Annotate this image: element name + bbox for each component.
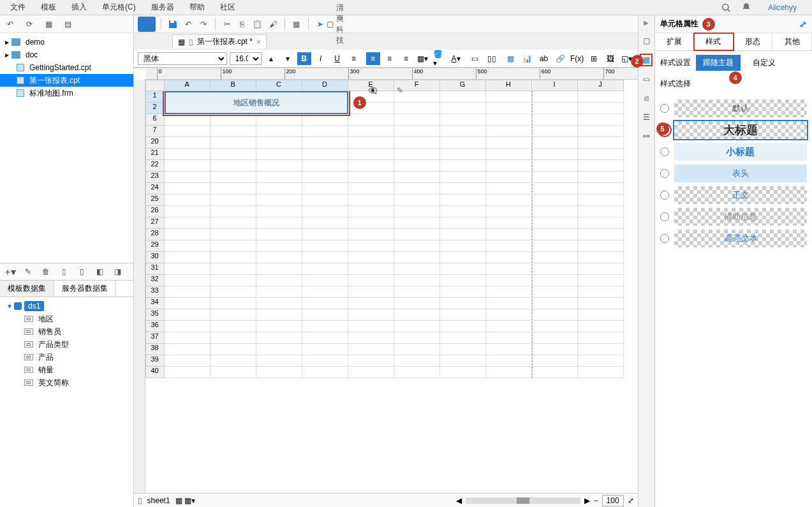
- cell[interactable]: [394, 114, 440, 126]
- cell[interactable]: [394, 240, 440, 252]
- row-header[interactable]: 35: [145, 309, 165, 321]
- cell[interactable]: [302, 137, 348, 149]
- style-option[interactable]: 辅助信息: [660, 208, 807, 226]
- cell[interactable]: [302, 126, 348, 137]
- field-item[interactable]: ▭产品: [3, 351, 131, 364]
- row-header[interactable]: 38: [145, 344, 165, 355]
- field-item[interactable]: ▭销售员: [3, 325, 131, 338]
- cell[interactable]: [578, 286, 624, 298]
- vt-list-icon[interactable]: ☰: [640, 111, 653, 124]
- cell[interactable]: [256, 298, 302, 309]
- cell[interactable]: [165, 321, 210, 332]
- menu-帮助[interactable]: 帮助: [182, 0, 212, 15]
- delete-icon[interactable]: 🗑: [40, 265, 52, 278]
- row-header[interactable]: 40: [145, 367, 165, 378]
- style-option[interactable]: 高亮文本: [660, 230, 807, 247]
- cell[interactable]: [440, 91, 486, 103]
- style-option[interactable]: 大标题: [660, 121, 807, 139]
- cell[interactable]: [486, 263, 532, 275]
- cell[interactable]: [210, 229, 256, 240]
- cell[interactable]: [165, 240, 210, 252]
- tree-item[interactable]: 标准地图.frm: [0, 87, 133, 99]
- back-icon[interactable]: ↶: [4, 18, 17, 31]
- row-header[interactable]: 23: [145, 172, 165, 183]
- fontcolor-icon[interactable]: A▾: [449, 52, 463, 65]
- menu-文件[interactable]: 文件: [3, 0, 33, 15]
- cut-icon[interactable]: ✂: [221, 18, 233, 31]
- cell[interactable]: [256, 183, 302, 195]
- chart-icon[interactable]: 📊: [520, 52, 535, 65]
- cell[interactable]: [210, 195, 256, 206]
- cell[interactable]: [210, 114, 256, 126]
- cell[interactable]: [210, 309, 256, 321]
- bell-icon[interactable]: [740, 1, 753, 14]
- cell[interactable]: [578, 344, 624, 355]
- cell[interactable]: [394, 252, 440, 263]
- cell[interactable]: [394, 367, 440, 378]
- cell[interactable]: [302, 229, 348, 240]
- cell[interactable]: [256, 114, 302, 126]
- save-icon[interactable]: [166, 18, 179, 31]
- cell[interactable]: [348, 137, 394, 149]
- cell[interactable]: [532, 160, 578, 172]
- cell[interactable]: [578, 183, 624, 195]
- cell[interactable]: [210, 367, 256, 378]
- cell[interactable]: [165, 137, 210, 149]
- cell[interactable]: [210, 183, 256, 195]
- cell[interactable]: [165, 309, 210, 321]
- cell[interactable]: [578, 114, 624, 126]
- scroll-left-icon[interactable]: ◀: [456, 496, 462, 505]
- cell[interactable]: [532, 103, 578, 114]
- cell[interactable]: [486, 286, 532, 298]
- cell[interactable]: [532, 195, 578, 206]
- row-header[interactable]: 27: [145, 217, 165, 229]
- cell[interactable]: [578, 103, 624, 114]
- cell[interactable]: [532, 275, 578, 286]
- cell[interactable]: [256, 355, 302, 367]
- cell[interactable]: [532, 126, 578, 137]
- col-header[interactable]: J: [578, 80, 624, 91]
- cell[interactable]: [578, 240, 624, 252]
- col-header[interactable]: D: [302, 80, 348, 91]
- cell[interactable]: [348, 114, 394, 126]
- cell[interactable]: [302, 217, 348, 229]
- cell[interactable]: [532, 263, 578, 275]
- cell[interactable]: [302, 114, 348, 126]
- cell[interactable]: [210, 252, 256, 263]
- menu-社区[interactable]: 社区: [212, 0, 243, 15]
- cell[interactable]: [532, 321, 578, 332]
- cell[interactable]: [532, 344, 578, 355]
- cell[interactable]: [348, 263, 394, 275]
- row-header[interactable]: 37: [145, 332, 165, 344]
- field-item[interactable]: ▭销量: [3, 364, 131, 376]
- cell[interactable]: [210, 332, 256, 344]
- row-header[interactable]: 39: [145, 355, 165, 367]
- cell[interactable]: [210, 240, 256, 252]
- cell[interactable]: [165, 367, 210, 378]
- cell[interactable]: [394, 217, 440, 229]
- collapse-icon[interactable]: ▶: [644, 19, 649, 26]
- cell[interactable]: [256, 240, 302, 252]
- cell[interactable]: [440, 137, 486, 149]
- cell[interactable]: [165, 195, 210, 206]
- cell[interactable]: [256, 321, 302, 332]
- edit-icon[interactable]: ✎: [22, 265, 34, 278]
- cell[interactable]: [578, 217, 624, 229]
- cell[interactable]: [348, 355, 394, 367]
- cell[interactable]: [486, 114, 532, 126]
- col-header[interactable]: G: [440, 80, 486, 91]
- cell[interactable]: [532, 309, 578, 321]
- brush-icon[interactable]: 🖌: [267, 18, 279, 31]
- cell[interactable]: [486, 137, 532, 149]
- cell[interactable]: [394, 321, 440, 332]
- cell[interactable]: [578, 321, 624, 332]
- cell[interactable]: [256, 126, 302, 137]
- cell[interactable]: [486, 103, 532, 114]
- cell[interactable]: [440, 126, 486, 137]
- cell[interactable]: [486, 206, 532, 217]
- zoom-in-icon[interactable]: ⤢: [628, 496, 634, 505]
- cell[interactable]: [210, 206, 256, 217]
- cell[interactable]: [440, 160, 486, 172]
- cell[interactable]: [348, 309, 394, 321]
- style-option[interactable]: 默认: [660, 99, 807, 117]
